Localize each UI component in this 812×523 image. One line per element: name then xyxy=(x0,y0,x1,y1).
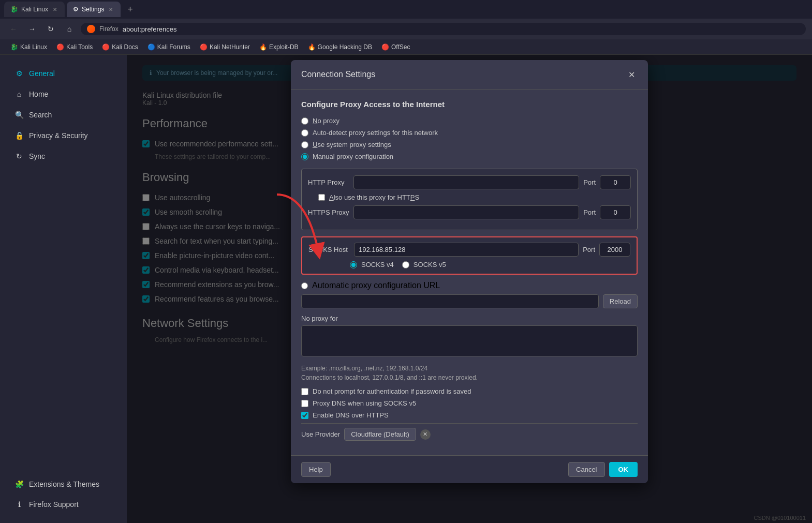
example-text: Example: .mozilla.org, .net.nz, 192.168.… xyxy=(301,365,638,372)
bookmark-kali-nethunter[interactable]: 🔴Kali NetHunter xyxy=(196,42,254,52)
auto-detect-row: Auto-detect proxy settings for this netw… xyxy=(301,129,638,137)
auto-detect-radio[interactable] xyxy=(301,129,308,137)
dialog-overlay: Connection Settings ✕ Configure Proxy Ac… xyxy=(127,55,812,523)
manual-proxy-radio[interactable] xyxy=(301,153,308,160)
dialog-section-title: Configure Proxy Access to the Internet xyxy=(301,100,638,109)
extensions-icon: 🧩 xyxy=(14,480,24,489)
browser-chrome: 🐉 Kali Linux ✕ ⚙ Settings ✕ + ← → ↻ ⌂ Fi… xyxy=(0,0,812,55)
no-proxy-for-label: No proxy for xyxy=(301,315,638,322)
https-proxy-input[interactable] xyxy=(353,205,579,219)
home-button[interactable]: ⌂ xyxy=(62,22,77,36)
bookmark-exploit-db[interactable]: 🔥Exploit-DB xyxy=(255,42,303,52)
dns-https-row: Enable DNS over HTTPS xyxy=(301,411,638,419)
address-bar[interactable]: Firefox about:preferences xyxy=(81,23,806,35)
no-proxy-row: No proxy xyxy=(301,117,638,125)
home-icon: ⌂ xyxy=(14,89,24,99)
firefox-logo-icon xyxy=(87,25,95,33)
https-port-label: Port xyxy=(583,208,596,216)
cloudflare-button[interactable]: Cloudflare (Default) xyxy=(344,428,416,441)
settings-tab-close[interactable]: ✕ xyxy=(107,6,114,13)
socks-port-label: Port xyxy=(583,246,595,253)
reload-button[interactable]: Reload xyxy=(603,294,638,308)
proxy-radio-group: No proxy Auto-detect proxy settings for … xyxy=(301,117,638,160)
sidebar-item-search[interactable]: 🔍 Search xyxy=(4,105,123,125)
system-proxy-label: Use system proxy settings xyxy=(313,141,391,148)
https-proxy-label: HTTPS Proxy xyxy=(308,208,349,216)
search-icon: 🔍 xyxy=(14,110,24,119)
manual-proxy-row: Manual proxy configuration xyxy=(301,153,638,160)
dialog-title: Connection Settings xyxy=(301,70,375,79)
bookmark-offsec[interactable]: 🔴OffSec xyxy=(377,42,414,52)
footer-right: Cancel OK xyxy=(568,462,638,477)
no-proxy-textarea[interactable] xyxy=(301,325,638,356)
use-provider-row: Use Provider Cloudflare (Default) ✕ xyxy=(301,423,638,445)
sidebar-item-general[interactable]: ⚙ General xyxy=(4,64,123,83)
sidebar-item-home[interactable]: ⌂ Home xyxy=(4,84,123,104)
http-proxy-input[interactable] xyxy=(353,175,579,189)
dialog-footer: Help Cancel OK xyxy=(291,455,648,483)
bookmark-google-hacking[interactable]: 🔥Google Hacking DB xyxy=(304,42,376,52)
dialog-close-button[interactable]: ✕ xyxy=(625,68,638,81)
auto-proxy-url-input[interactable] xyxy=(301,294,599,308)
proxy-dns-row: Proxy DNS when using SOCKS v5 xyxy=(301,399,638,407)
sidebar-item-privacy[interactable]: 🔒 Privacy & Security xyxy=(4,126,123,145)
cancel-button[interactable]: Cancel xyxy=(568,462,604,477)
system-proxy-radio[interactable] xyxy=(301,141,308,148)
https-proxy-row: HTTPS Proxy Port xyxy=(308,205,631,219)
also-https-row: Also use this proxy for HTTPS xyxy=(308,193,631,201)
socks-v5-radio[interactable] xyxy=(402,261,409,268)
proxy-dns-checkbox[interactable] xyxy=(301,400,308,407)
sidebar-item-support[interactable]: ℹ Firefox Support xyxy=(4,495,123,514)
address-text: about:preferences xyxy=(123,25,177,33)
http-port-input[interactable] xyxy=(600,175,631,189)
firefox-label: Firefox xyxy=(99,25,119,33)
dns-https-checkbox[interactable] xyxy=(301,412,308,419)
connection-settings-dialog: Connection Settings ✕ Configure Proxy Ac… xyxy=(291,60,648,483)
bookmark-kali-forums[interactable]: 🔵Kali Forums xyxy=(143,42,195,52)
kali-tab-close[interactable]: ✕ xyxy=(51,6,58,13)
http-port-label: Port xyxy=(583,178,596,186)
proxy-dns-label: Proxy DNS when using SOCKS v5 xyxy=(313,399,416,407)
auth-checkbox-row: Do not prompt for authentication if pass… xyxy=(301,387,638,395)
forward-button[interactable]: → xyxy=(25,22,39,36)
socks-host-input[interactable] xyxy=(354,243,579,257)
manual-proxy-section: HTTP Proxy Port Also use this proxy for … xyxy=(301,169,638,230)
bookmark-kali-linux[interactable]: 🐉Kali Linux xyxy=(6,42,51,52)
auth-checkbox[interactable] xyxy=(301,388,308,395)
back-button[interactable]: ← xyxy=(6,22,21,36)
socks-v4-radio[interactable] xyxy=(350,261,357,268)
settings-tab-label: Settings xyxy=(82,6,104,13)
lock-icon: 🔒 xyxy=(14,131,24,140)
kali-tab-icon: 🐉 xyxy=(10,6,18,13)
tab-settings[interactable]: ⚙ Settings ✕ xyxy=(67,2,121,17)
https-port-input[interactable] xyxy=(600,205,631,219)
help-button[interactable]: Help xyxy=(301,462,331,477)
socks-host-label: SOCKS Host xyxy=(308,246,350,253)
system-proxy-row: Use system proxy settings xyxy=(301,141,638,148)
info-icon: ℹ xyxy=(14,500,24,509)
bookmark-kali-tools[interactable]: 🔴Kali Tools xyxy=(52,42,97,52)
http-proxy-row: HTTP Proxy Port xyxy=(308,175,631,189)
ok-button[interactable]: OK xyxy=(609,462,638,477)
sync-icon: ↻ xyxy=(14,152,24,161)
no-proxy-section: No proxy for xyxy=(301,315,638,358)
provider-close-button[interactable]: ✕ xyxy=(420,429,431,440)
bookmark-kali-docs[interactable]: 🔴Kali Docs xyxy=(98,42,142,52)
also-https-checkbox[interactable] xyxy=(318,194,325,201)
sidebar-item-extensions[interactable]: 🧩 Extensions & Themes xyxy=(4,474,123,494)
content-area: ⚙ General ⌂ Home 🔍 Search 🔒 Privacy & Se… xyxy=(0,55,812,523)
bookmarks-bar: 🐉Kali Linux 🔴Kali Tools 🔴Kali Docs 🔵Kali… xyxy=(0,39,812,55)
auto-proxy-radio[interactable] xyxy=(301,282,308,289)
auth-label: Do not prompt for authentication if pass… xyxy=(313,387,471,395)
tab-kali-linux[interactable]: 🐉 Kali Linux ✕ xyxy=(4,2,65,17)
tab-bar: 🐉 Kali Linux ✕ ⚙ Settings ✕ + xyxy=(0,0,812,19)
sidebar-item-sync[interactable]: ↻ Sync xyxy=(4,146,123,166)
connections-note: Connections to localhost, 127.0.0.1/8, a… xyxy=(301,374,638,381)
socks-v5-row: SOCKS v5 xyxy=(402,261,446,268)
refresh-button[interactable]: ↻ xyxy=(43,22,58,36)
no-proxy-radio[interactable] xyxy=(301,117,308,125)
new-tab-button[interactable]: + xyxy=(123,2,137,17)
socks-v5-label: SOCKS v5 xyxy=(414,261,446,268)
socks-port-input[interactable] xyxy=(599,243,630,257)
auto-proxy-row: Automatic proxy configuration URL xyxy=(301,281,638,290)
